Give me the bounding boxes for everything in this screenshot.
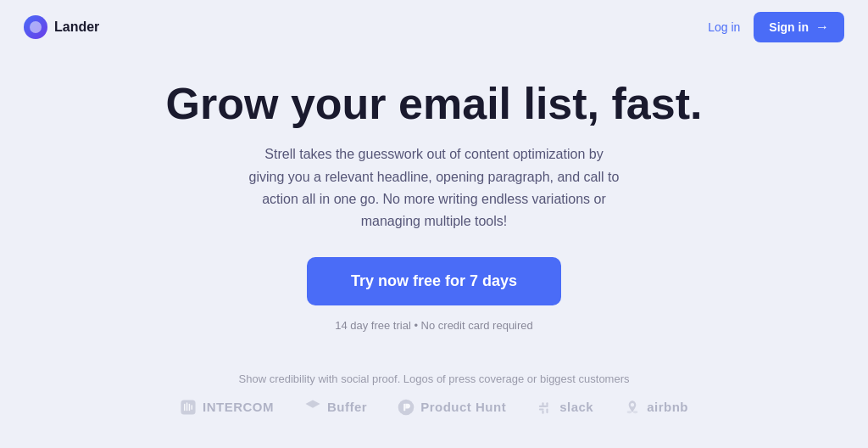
svg-rect-3 [189,403,190,411]
hero-title: Grow your email list, fast. [17,80,851,128]
nav-actions: Log in Sign in → [708,12,844,42]
svg-point-13 [627,411,632,413]
intercom-logo: INTERCOM [180,399,274,416]
arrow-icon: → [815,20,829,35]
svg-rect-10 [547,402,548,407]
buffer-logo: Buffer [304,399,367,416]
logo: Lander [24,15,99,39]
cta-button[interactable]: Try now free for 7 days [307,257,561,305]
logo-icon [24,15,47,39]
logos-row: INTERCOM Buffer Product Hunt [0,399,868,416]
logo-text: Lander [54,20,99,35]
producthunt-label: Product Hunt [420,400,506,414]
svg-rect-11 [547,408,548,413]
svg-rect-0 [181,400,195,414]
svg-rect-2 [186,402,187,411]
slack-label: slack [559,400,593,414]
svg-rect-1 [184,403,185,411]
hero-subtitle: Strell takes the guesswork out of conten… [248,143,620,233]
svg-point-14 [633,411,638,413]
login-link[interactable]: Log in [708,20,740,34]
cta-fine-print: 14 day free trial • No credit card requi… [17,319,851,332]
svg-rect-7 [539,408,544,410]
svg-rect-4 [192,405,192,410]
navbar: Lander Log in Sign in → [0,0,868,54]
social-proof-tagline: Show credibility with social proof. Logo… [0,372,868,385]
intercom-label: INTERCOM [203,400,274,414]
svg-rect-12 [542,410,544,413]
signin-button[interactable]: Sign in → [754,12,844,42]
hero-section: Grow your email list, fast. Strell takes… [0,54,868,349]
slack-logo: slack [537,399,593,416]
signin-label: Sign in [769,20,809,34]
buffer-label: Buffer [327,400,367,414]
producthunt-logo: Product Hunt [398,399,506,416]
airbnb-logo: airbnb [624,399,688,416]
svg-rect-6 [403,403,405,411]
airbnb-label: airbnb [647,400,688,414]
svg-rect-9 [542,402,544,407]
social-proof-section: Show credibility with social proof. Logo… [0,372,868,416]
